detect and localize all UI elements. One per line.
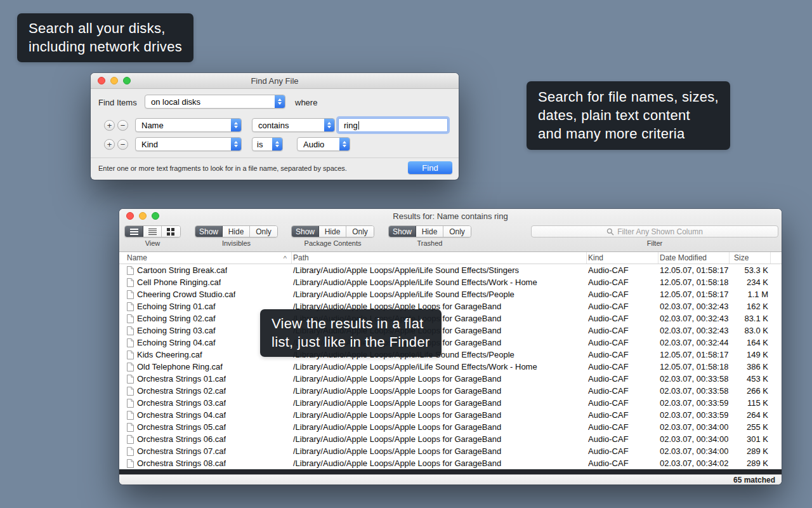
trashed-show-button[interactable]: Show <box>389 226 416 237</box>
criterion-operator-popup[interactable]: is <box>252 137 283 151</box>
invisibles-hide-button[interactable]: Hide <box>223 226 250 237</box>
table-row[interactable]: Orchestra Strings 03.caf /Library/Audio/… <box>119 397 782 409</box>
table-row[interactable]: Old Telephone Ring.caf /Library/Audio/Ap… <box>119 361 782 373</box>
minimize-button[interactable] <box>139 212 147 220</box>
kind-cell: Audio-CAF <box>587 397 658 409</box>
date-modified-cell: 12.05.07, 01:58:17 <box>658 349 730 361</box>
table-row[interactable]: Orchestra Strings 07.caf /Library/Audio/… <box>119 445 782 457</box>
zoom-button[interactable] <box>152 212 159 220</box>
kind-cell: Audio-CAF <box>587 288 658 300</box>
find-button[interactable]: Find <box>408 161 452 174</box>
add-criterion-button[interactable] <box>104 120 115 131</box>
horizontal-scrollbar-strip[interactable] <box>119 469 782 474</box>
hint-text: Enter one or more text fragments to look… <box>98 164 403 172</box>
table-row[interactable]: Orchestra Strings 04.caf /Library/Audio/… <box>119 409 782 421</box>
criterion-field-popup[interactable]: Name <box>135 118 242 132</box>
add-criterion-button[interactable] <box>104 139 115 150</box>
popup-stepper-icon <box>324 119 334 131</box>
path-cell: /Library/Audio/Apple Loops/Apple Loops f… <box>292 445 587 457</box>
titlebar[interactable]: Find Any File <box>91 73 459 89</box>
table-row[interactable]: Echoing String 01.caf /Library/Audio/App… <box>119 300 782 312</box>
trashed-label: Trashed <box>417 239 443 247</box>
remove-criterion-button[interactable] <box>117 139 128 150</box>
where-label: where <box>295 98 317 107</box>
size-cell: 386 K <box>730 361 771 373</box>
column-header-date-modified[interactable]: Date Modified <box>658 252 730 264</box>
package-contents-only-button[interactable]: Only <box>346 226 374 237</box>
package-contents-segmented-control: Show Hide Only <box>291 225 374 237</box>
name-cell: Orchestra Strings 02.caf <box>119 385 292 397</box>
package-contents-hide-button[interactable]: Hide <box>319 226 346 237</box>
titlebar[interactable]: Results for: Name contains ring <box>119 209 782 223</box>
view-segmented-control <box>124 225 181 237</box>
kind-cell: Audio-CAF <box>587 312 658 324</box>
criterion-value-popup[interactable]: Audio <box>297 137 350 151</box>
table-row[interactable]: Echoing String 02.caf /Library/Audio/App… <box>119 312 782 324</box>
package-contents-show-button[interactable]: Show <box>292 226 319 237</box>
criterion-field-value: Name <box>136 121 231 130</box>
popup-stepper-icon <box>231 119 241 131</box>
scope-popup[interactable]: on local disks <box>145 95 285 109</box>
file-name: Echoing String 03.caf <box>137 326 216 335</box>
close-button[interactable] <box>126 212 134 220</box>
table-row[interactable]: Orchestra Strings 05.caf /Library/Audio/… <box>119 421 782 433</box>
status-bar: 65 matched <box>119 474 782 485</box>
callout-flat-list: View the results in a flat list, just li… <box>260 309 442 357</box>
trashed-only-button[interactable]: Only <box>443 226 471 237</box>
zoom-button[interactable] <box>123 77 131 84</box>
minimize-button[interactable] <box>110 77 118 84</box>
icon-grid-view-button[interactable] <box>162 226 180 237</box>
size-cell: 289 K <box>730 445 771 457</box>
date-modified-cell: 12.05.07, 01:58:18 <box>658 361 730 373</box>
column-header-kind[interactable]: Kind <box>587 252 658 264</box>
table-row[interactable]: Echoing String 04.caf /Library/Audio/App… <box>119 337 782 349</box>
name-cell: Cartoon String Break.caf <box>119 264 292 276</box>
remove-criterion-button[interactable] <box>117 120 128 131</box>
date-modified-cell: 12.05.07, 01:58:18 <box>658 276 730 288</box>
invisibles-group: Show Hide Only Invisibles <box>195 225 278 247</box>
scrollbar-gutter <box>771 252 782 264</box>
column-header-name[interactable]: Name <box>119 252 292 264</box>
criterion-operator-popup[interactable]: contains <box>252 118 335 132</box>
date-modified-cell: 02.03.07, 00:34:00 <box>658 433 730 445</box>
table-row[interactable]: Cartoon String Break.caf /Library/Audio/… <box>119 264 782 276</box>
invisibles-only-button[interactable]: Only <box>250 226 277 237</box>
search-icon <box>606 228 614 236</box>
kind-cell: Audio-CAF <box>587 373 658 385</box>
file-name: Orchestra Strings 01.caf <box>137 374 226 384</box>
table-row[interactable]: Cheering Crowd Studio.caf /Library/Audio… <box>119 288 782 300</box>
search-term-input[interactable]: ring <box>338 118 448 132</box>
table-row[interactable]: Cell Phone Ringing.caf /Library/Audio/Ap… <box>119 276 782 288</box>
filter-field[interactable]: Filter Any Shown Column <box>531 225 778 237</box>
invisibles-show-button[interactable]: Show <box>195 226 223 237</box>
table-row[interactable]: Kids Cheering.caf /Library/Audio/Apple L… <box>119 349 782 361</box>
trashed-hide-button[interactable]: Hide <box>416 226 443 237</box>
column-header-path[interactable]: Path <box>292 252 587 264</box>
toolbar: View Show Hide Only Invisibles Show Hide… <box>119 223 782 252</box>
file-name: Orchestra Strings 03.caf <box>137 398 226 408</box>
date-modified-cell: 12.05.07, 01:58:17 <box>658 264 730 276</box>
callout-search-disks: Search all your disks, including network… <box>17 13 193 62</box>
table-row[interactable]: Orchestra Strings 02.caf /Library/Audio/… <box>119 385 782 397</box>
table-row[interactable]: Orchestra Strings 08.caf /Library/Audio/… <box>119 457 782 469</box>
date-modified-cell: 02.03.07, 00:33:59 <box>658 397 730 409</box>
table-row[interactable]: Echoing String 03.caf /Library/Audio/App… <box>119 324 782 337</box>
document-icon <box>126 266 134 275</box>
date-modified-cell: 02.03.07, 00:32:43 <box>658 300 730 312</box>
column-header-size[interactable]: Size <box>730 252 771 264</box>
popup-stepper-icon <box>272 138 282 150</box>
list-view-button[interactable] <box>125 226 143 237</box>
table-row[interactable]: Orchestra Strings 06.caf /Library/Audio/… <box>119 433 782 445</box>
size-cell: 149 K <box>730 349 771 361</box>
package-contents-group: Show Hide Only Package Contents <box>291 225 374 247</box>
close-button[interactable] <box>98 77 105 84</box>
window-title: Find Any File <box>251 76 298 86</box>
document-icon <box>126 338 134 347</box>
name-cell: Orchestra Strings 04.caf <box>119 409 292 421</box>
criterion-field-popup[interactable]: Kind <box>135 137 242 151</box>
detail-list-view-button[interactable] <box>143 226 162 237</box>
file-name: Old Telephone Ring.caf <box>137 362 223 371</box>
table-row[interactable]: Orchestra Strings 01.caf /Library/Audio/… <box>119 373 782 385</box>
document-icon <box>126 375 134 384</box>
kind-cell: Audio-CAF <box>587 385 658 397</box>
